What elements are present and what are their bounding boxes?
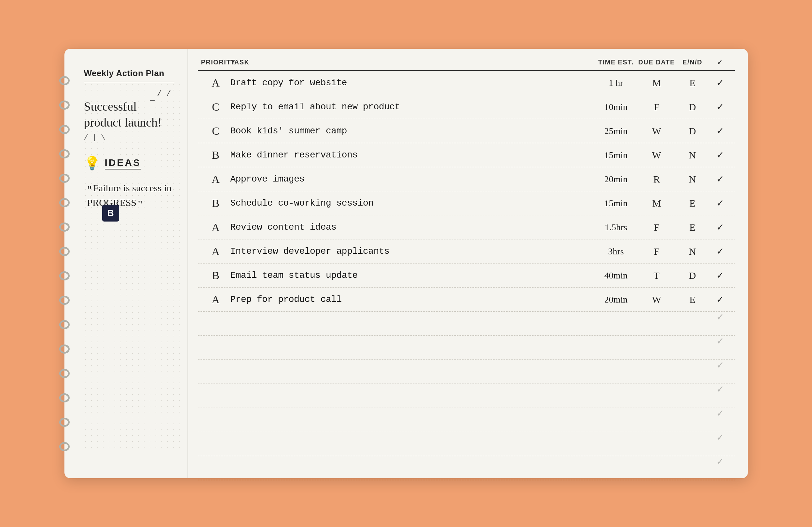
cell-check: ✓ <box>709 126 731 136</box>
cell-check: ✓ <box>709 270 731 281</box>
deco-dash: — <box>150 95 155 105</box>
cell-due: W <box>637 126 676 137</box>
empty-check: ✓ <box>709 432 731 456</box>
cell-check: ✓ <box>709 150 731 160</box>
header-check: ✓ <box>709 59 731 67</box>
spiral-ring <box>59 125 70 134</box>
cell-task: Draft copy for website <box>230 78 595 88</box>
cell-priority: B <box>201 197 230 209</box>
cell-priority: A <box>201 221 230 234</box>
empty-check: ✓ <box>709 360 731 383</box>
cell-time: 20min <box>595 294 637 305</box>
spiral-ring <box>59 247 70 256</box>
cell-time: 1.5hrs <box>595 222 637 233</box>
empty-cell <box>230 408 595 432</box>
cell-due: W <box>637 150 676 161</box>
cell-task: Make dinner reservations <box>230 150 595 160</box>
task-row: C Book kids' summer camp 25min W D ✓ <box>198 119 735 143</box>
cell-end: N <box>676 174 709 185</box>
cell-check: ✓ <box>709 246 731 257</box>
empty-cell <box>201 360 230 383</box>
cell-task: Book kids' summer camp <box>230 126 595 136</box>
spiral-ring <box>59 149 70 158</box>
empty-check: ✓ <box>709 312 731 335</box>
empty-cell <box>595 432 637 456</box>
task-row: A Interview developer applicants 3hrs F … <box>198 239 735 263</box>
empty-cell <box>595 456 637 480</box>
cell-task: Interview developer applicants <box>230 246 595 257</box>
empty-cell <box>637 360 676 383</box>
empty-check: ✓ <box>709 336 731 360</box>
empty-cell <box>230 336 595 360</box>
empty-cell <box>230 360 595 383</box>
task-row: A Draft copy for website 1 hr M E ✓ <box>198 71 735 95</box>
empty-cell <box>201 312 230 335</box>
cell-end: N <box>676 150 709 161</box>
cell-priority: A <box>201 293 230 306</box>
cell-priority: A <box>201 77 230 89</box>
spiral-ring <box>59 222 70 232</box>
cell-time: 3hrs <box>595 246 637 257</box>
cell-priority: C <box>201 101 230 113</box>
cell-time: 40min <box>595 270 637 281</box>
empty-cell <box>595 408 637 432</box>
cell-due: W <box>637 294 676 305</box>
empty-cell <box>201 384 230 408</box>
cell-priority: C <box>201 125 230 137</box>
empty-cell <box>201 432 230 456</box>
spiral-ring <box>59 271 70 280</box>
cell-time: 25min <box>595 126 637 136</box>
empty-cell <box>637 384 676 408</box>
task-row: B Make dinner reservations 15min W N ✓ <box>198 143 735 167</box>
cell-task: Approve images <box>230 174 595 184</box>
header-end: E/N/D <box>676 59 709 67</box>
empty-cell <box>230 432 595 456</box>
cell-due: F <box>637 222 676 233</box>
brand-letter: B <box>107 208 114 218</box>
cell-priority: A <box>201 245 230 258</box>
cell-check: ✓ <box>709 222 731 233</box>
table-body: A Draft copy for website 1 hr M E ✓ C Re… <box>198 71 735 480</box>
spiral-ring <box>59 76 70 85</box>
spiral-ring <box>59 345 70 354</box>
notebook-title-container: Weekly Action Plan <box>84 68 174 82</box>
deco-bottom: / | \ <box>84 133 174 143</box>
task-row: A Review content ideas 1.5hrs F E ✓ <box>198 215 735 239</box>
spiral-ring <box>59 418 70 427</box>
empty-cell <box>637 408 676 432</box>
empty-row: ✓ <box>198 432 735 456</box>
spiral-ring <box>59 369 70 378</box>
empty-check: ✓ <box>709 456 731 480</box>
empty-row: ✓ <box>198 360 735 384</box>
cell-time: 15min <box>595 198 637 208</box>
cell-end: E <box>676 294 709 305</box>
empty-cell <box>201 456 230 480</box>
empty-cell <box>676 456 709 480</box>
cell-time: 20min <box>595 174 637 185</box>
cell-check: ✓ <box>709 198 731 208</box>
empty-cell <box>637 432 676 456</box>
cell-task: Reply to email about new product <box>230 102 595 112</box>
cell-due: M <box>637 198 676 209</box>
empty-row: ✓ <box>198 336 735 360</box>
empty-cell <box>676 360 709 383</box>
cell-due: F <box>637 246 676 257</box>
cell-task: Prep for product call <box>230 294 595 305</box>
empty-cell <box>637 312 676 335</box>
empty-cell <box>230 384 595 408</box>
empty-cell <box>676 384 709 408</box>
empty-cell <box>595 384 637 408</box>
deco-lines: / / <box>157 89 171 99</box>
left-panel: Weekly Action Plan / / — Successful prod… <box>64 49 188 478</box>
task-row: B Email team status update 40min T D ✓ <box>198 263 735 288</box>
cell-check: ✓ <box>709 294 731 305</box>
empty-cell <box>201 336 230 360</box>
cell-due: T <box>637 270 676 281</box>
task-row: B Schedule co-working session 15min M E … <box>198 191 735 215</box>
spiral-ring <box>59 442 70 451</box>
empty-row: ✓ <box>198 312 735 336</box>
cell-check: ✓ <box>709 102 731 112</box>
empty-check: ✓ <box>709 384 731 408</box>
notebook: Weekly Action Plan / / — Successful prod… <box>64 49 748 478</box>
header-priority: PRIORITY <box>201 59 230 67</box>
